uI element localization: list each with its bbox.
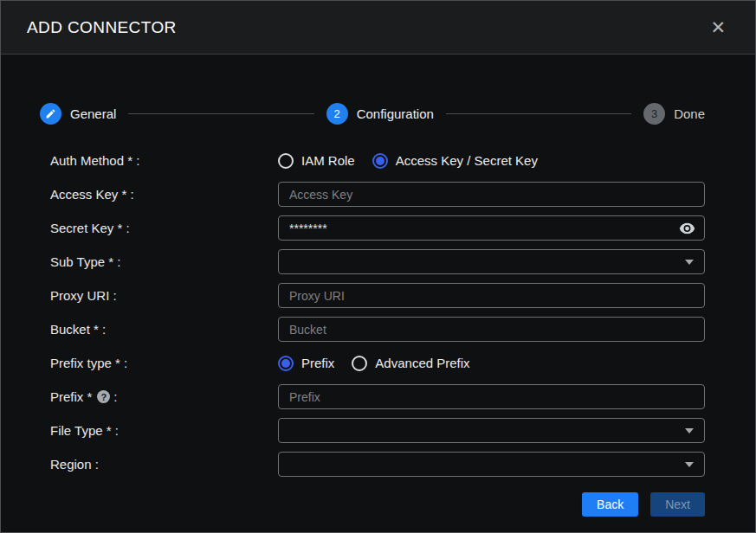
radio-iam-role[interactable]: IAM Role — [278, 153, 355, 169]
step-general-label: General — [70, 106, 116, 121]
form-row-secret-key: Secret Key * : — [40, 211, 705, 245]
form-row-proxy-uri: Proxy URI : — [40, 279, 705, 312]
sub-type-select[interactable] — [278, 249, 705, 274]
form-row-sub-type: Sub Type * : — [40, 245, 705, 279]
help-icon[interactable]: ? — [97, 390, 110, 403]
form-row-auth-method: Auth Method * : IAM Role Access Key / Se… — [40, 144, 705, 177]
next-button[interactable]: Next — [650, 492, 705, 517]
form-row-access-key: Access Key * : — [40, 177, 705, 211]
step-done: 3 Done — [643, 103, 705, 125]
dialog-footer: Back Next — [40, 492, 705, 517]
chevron-down-icon — [685, 260, 694, 265]
form-row-prefix-type: Prefix type * : Prefix Advanced Prefix — [40, 346, 705, 380]
form-row-file-type: File Type * : — [40, 414, 705, 447]
prefix-label: Prefix * ? : — [40, 389, 278, 404]
radio-advanced-prefix-label: Advanced Prefix — [375, 356, 469, 370]
prefix-input[interactable] — [278, 384, 705, 409]
wizard-stepper: General 2 Configuration 3 Done — [40, 103, 705, 125]
form-row-prefix: Prefix * ? : — [40, 380, 705, 414]
auth-method-radio-group: IAM Role Access Key / Secret Key — [278, 153, 705, 169]
file-type-select[interactable] — [278, 418, 705, 443]
radio-iam-role-label: IAM Role — [301, 153, 355, 168]
step-2-indicator: 2 — [326, 103, 348, 125]
step-3-indicator: 3 — [643, 103, 665, 125]
radio-access-key-secret-key[interactable]: Access Key / Secret Key — [372, 153, 538, 169]
radio-icon — [352, 356, 367, 371]
step-connector-line — [446, 113, 631, 114]
step-connector-line — [128, 113, 313, 114]
step-configuration[interactable]: 2 Configuration — [326, 103, 434, 125]
connector-form: Auth Method * : IAM Role Access Key / Se… — [40, 144, 705, 481]
access-key-label: Access Key * : — [40, 187, 278, 202]
dialog-body: General 2 Configuration 3 Done Auth Meth… — [1, 55, 755, 532]
prefix-label-colon: : — [113, 389, 117, 404]
eye-icon[interactable] — [679, 222, 695, 234]
secret-key-input[interactable] — [278, 215, 705, 241]
radio-prefix[interactable]: Prefix — [278, 356, 334, 371]
radio-icon — [372, 153, 388, 169]
radio-icon — [278, 153, 294, 169]
bucket-input[interactable] — [278, 317, 705, 342]
pencil-icon — [40, 103, 61, 125]
add-connector-dialog: ADD CONNECTOR ✕ General 2 Configuration … — [0, 0, 756, 533]
step-done-label: Done — [674, 106, 705, 121]
dialog-title: ADD CONNECTOR — [27, 18, 177, 37]
region-label: Region : — [40, 457, 278, 472]
radio-prefix-label: Prefix — [301, 356, 334, 370]
prefix-label-text: Prefix * — [50, 389, 92, 404]
form-row-region: Region : — [40, 447, 705, 481]
radio-access-key-label: Access Key / Secret Key — [396, 153, 538, 168]
chevron-down-icon — [685, 462, 694, 467]
radio-icon — [278, 356, 294, 371]
radio-advanced-prefix[interactable]: Advanced Prefix — [352, 356, 469, 371]
bucket-label: Bucket * : — [40, 322, 278, 337]
file-type-label: File Type * : — [40, 423, 278, 438]
access-key-input[interactable] — [278, 182, 705, 207]
proxy-uri-input[interactable] — [278, 283, 705, 308]
secret-key-label: Secret Key * : — [40, 221, 278, 235]
step-general[interactable]: General — [40, 103, 116, 125]
back-button[interactable]: Back — [582, 492, 638, 517]
close-icon[interactable]: ✕ — [707, 16, 729, 38]
prefix-type-radio-group: Prefix Advanced Prefix — [278, 356, 705, 371]
dialog-header: ADD CONNECTOR ✕ — [1, 1, 755, 55]
auth-method-label: Auth Method * : — [40, 153, 278, 168]
form-row-bucket: Bucket * : — [40, 312, 705, 346]
region-select[interactable] — [278, 452, 705, 477]
proxy-uri-label: Proxy URI : — [40, 288, 278, 303]
prefix-type-label: Prefix type * : — [40, 356, 278, 370]
sub-type-label: Sub Type * : — [40, 254, 278, 269]
step-configuration-label: Configuration — [357, 106, 434, 121]
chevron-down-icon — [685, 428, 694, 433]
